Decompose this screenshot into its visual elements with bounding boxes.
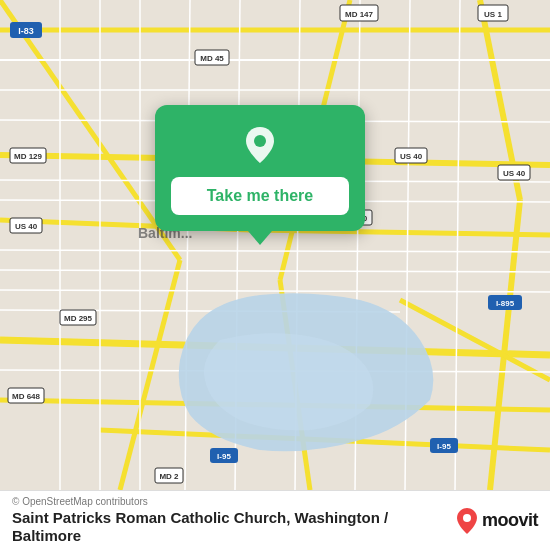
take-me-there-button[interactable]: Take me there <box>171 177 349 215</box>
map-svg: I-83 US 1 MD 147 MD 45 MD 2 MD 129 US 40… <box>0 0 550 490</box>
footer: © OpenStreetMap contributors Saint Patri… <box>0 490 550 550</box>
svg-text:I-895: I-895 <box>496 299 515 308</box>
moovit-logo: moovit <box>456 507 538 535</box>
place-name: Saint Patricks Roman Catholic Church, Wa… <box>12 509 388 526</box>
map-container: I-83 US 1 MD 147 MD 45 MD 2 MD 129 US 40… <box>0 0 550 490</box>
svg-text:MD 295: MD 295 <box>64 314 93 323</box>
moovit-pin-icon <box>456 507 478 535</box>
attribution: © OpenStreetMap contributors <box>12 496 538 507</box>
svg-text:MD 648: MD 648 <box>12 392 41 401</box>
svg-point-69 <box>463 514 471 522</box>
svg-text:I-95: I-95 <box>217 452 231 461</box>
location-pin-icon <box>238 123 282 167</box>
svg-text:MD 129: MD 129 <box>14 152 43 161</box>
svg-text:MD 2: MD 2 <box>159 472 179 481</box>
popup-card: Take me there <box>155 105 365 231</box>
svg-point-68 <box>254 135 266 147</box>
svg-text:US 1: US 1 <box>484 10 502 19</box>
svg-text:MD 147: MD 147 <box>345 10 374 19</box>
place-name-line2: Baltimore <box>12 527 81 544</box>
moovit-text: moovit <box>482 510 538 531</box>
svg-text:US 40: US 40 <box>15 222 38 231</box>
svg-text:US 40: US 40 <box>503 169 526 178</box>
svg-text:I-83: I-83 <box>18 26 34 36</box>
svg-text:US 40: US 40 <box>400 152 423 161</box>
svg-text:MD 45: MD 45 <box>200 54 224 63</box>
svg-text:I-95: I-95 <box>437 442 451 451</box>
